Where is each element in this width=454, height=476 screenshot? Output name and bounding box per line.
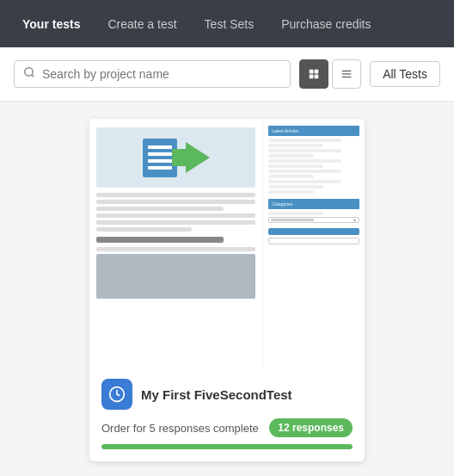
svg-rect-3 (315, 70, 319, 74)
fake-header-img (96, 127, 255, 188)
main-nav: Your tests Create a test Test Sets Purch… (0, 0, 454, 47)
svg-rect-6 (342, 71, 352, 71)
fake-screenshot: Latest Articles (89, 119, 365, 368)
test-card[interactable]: Latest Articles (89, 119, 365, 461)
card-title-row: My First FiveSecondTest (101, 379, 353, 410)
fake-left-column (89, 119, 263, 368)
progress-bar (101, 444, 353, 449)
svg-rect-2 (310, 70, 314, 74)
fake-article2-img (96, 254, 255, 299)
progress-fill (101, 444, 353, 449)
card-status-text: Order for 5 responses complete (101, 422, 259, 435)
nav-item-create-a-test[interactable]: Create a test (94, 0, 190, 47)
fake-arrow-icon (186, 142, 210, 173)
search-input-wrap[interactable] (14, 60, 291, 88)
fake-latest-articles: Latest Articles (268, 126, 359, 194)
fake-search-widget (268, 228, 359, 244)
fake-search-input (268, 238, 359, 244)
content-area: Latest Articles (0, 102, 454, 476)
responses-badge: 12 responses (269, 418, 353, 437)
nav-item-purchase-credits[interactable]: Purchase credits (267, 0, 384, 47)
list-view-button[interactable] (332, 59, 361, 89)
svg-rect-5 (315, 75, 319, 79)
fake-right-column: Latest Articles (263, 119, 365, 368)
search-icon (23, 66, 35, 82)
svg-point-0 (25, 68, 33, 76)
search-bar: All Tests (0, 47, 454, 102)
fake-search-btn (268, 228, 359, 235)
fake-select: ▼ (268, 217, 359, 223)
nav-item-test-sets[interactable]: Test Sets (191, 0, 268, 47)
card-icon (101, 379, 132, 410)
grid-view-button[interactable] (299, 59, 328, 89)
fake-categories: Categories ▼ (268, 199, 359, 223)
svg-line-1 (32, 75, 34, 77)
view-toggle (299, 59, 361, 89)
card-thumbnail: Latest Articles (89, 119, 365, 368)
card-title: My First FiveSecondTest (141, 387, 292, 402)
svg-rect-7 (342, 73, 352, 74)
card-status-row: Order for 5 responses complete 12 respon… (101, 418, 353, 437)
card-footer: My First FiveSecondTest Order for 5 resp… (89, 368, 365, 461)
nav-item-your-tests[interactable]: Your tests (9, 0, 94, 47)
fake-section-header: Latest Articles (268, 126, 359, 136)
svg-rect-4 (310, 75, 314, 79)
fake-article2 (96, 237, 255, 299)
svg-rect-8 (342, 77, 352, 77)
search-input[interactable] (42, 67, 281, 81)
fake-text-content (96, 193, 255, 232)
all-tests-button[interactable]: All Tests (370, 61, 440, 87)
fake-categories-header: Categories (268, 199, 359, 209)
